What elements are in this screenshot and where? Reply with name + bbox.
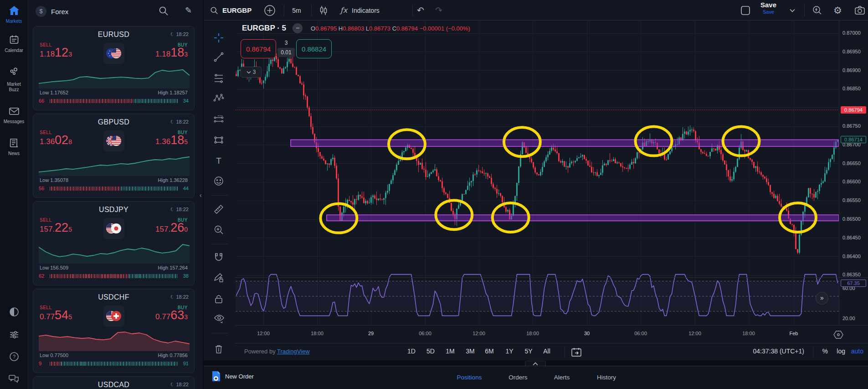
range-button-all[interactable]: All [539, 348, 555, 355]
buy-price[interactable]: 1.18183 [155, 46, 188, 60]
range-button-1d[interactable]: 1D [403, 348, 420, 355]
timeframe-button[interactable]: 5m [289, 0, 304, 21]
sidebar-item-markets[interactable]: Markets [0, 5, 28, 24]
sidebar-item-news[interactable]: News [0, 138, 28, 156]
chevron-down-icon [247, 71, 251, 74]
range-button-5d[interactable]: 5D [422, 348, 439, 355]
watchlist-card-usdjpy[interactable]: USDJPY ☾ 18:22SELL BUY 157.225 157.260 L… [33, 201, 195, 285]
sidebar-item-preferences[interactable] [0, 329, 28, 342]
tradingview-link[interactable]: TradingView [277, 348, 310, 355]
clock-label[interactable]: 04:37:38 (UTC+1) [753, 348, 804, 355]
sell-price-button[interactable]: 0.86794 [241, 39, 276, 58]
buy-price[interactable]: 0.77633 [155, 308, 188, 322]
panel-tab-positions[interactable]: Positions [449, 374, 490, 381]
layout-button[interactable] [740, 0, 750, 21]
log-scale-button[interactable]: log [837, 348, 845, 355]
collapse-watchlist-chevron[interactable]: ‹ [200, 192, 202, 199]
range-button-1y[interactable]: 1Y [501, 348, 518, 355]
drawing-mode-lock-icon[interactable] [213, 272, 224, 283]
time-tick: 12:00 [681, 331, 709, 336]
hide-indicator-icon[interactable]: − [293, 23, 303, 33]
remove-drawings-trash-icon[interactable] [213, 343, 224, 354]
panel-tab-history[interactable]: History [586, 374, 627, 381]
symbol-search[interactable]: EURGBP [210, 0, 252, 21]
panel-tab-orders[interactable]: Orders [498, 374, 539, 381]
sell-price[interactable]: 1.18123 [40, 46, 72, 60]
scroll-to-recent-button[interactable]: » [816, 292, 828, 305]
panel-tab-alerts[interactable]: Alerts [541, 374, 582, 381]
sidebar-item-help[interactable]: ? [0, 351, 28, 364]
indicators-button[interactable]: ƒx Indicators [340, 0, 380, 21]
hide-drawings-eye-icon[interactable] [213, 313, 224, 324]
search-icon[interactable] [159, 6, 169, 16]
percent-scale-button[interactable]: % [822, 348, 828, 355]
chart-style-button[interactable] [318, 0, 329, 21]
settings-gear-icon[interactable]: ⚙ [833, 0, 842, 21]
chat-icon [8, 374, 20, 384]
scale-settings-icon[interactable] [833, 330, 843, 339]
high-label: High 0.77856 [158, 353, 188, 358]
quick-search-icon[interactable] [812, 0, 822, 21]
market-session-time: ☾ 18:22 [170, 207, 189, 213]
time-tick: Feb [780, 331, 807, 336]
zoom-in-tool-icon[interactable] [213, 224, 224, 235]
collapsed-indicators-pill[interactable]: 3 [241, 67, 262, 78]
price-axis[interactable]: 0.870000.869500.869000.868500.867500.867… [839, 21, 868, 325]
bid-price-label: 0.86714 [841, 136, 866, 143]
add-symbol-button[interactable] [264, 0, 276, 21]
pane-separator[interactable] [236, 277, 868, 278]
range-button-6m[interactable]: 6M [481, 348, 498, 355]
sidebar-item-calendar[interactable]: Calendar [0, 35, 28, 53]
high-label: High 1.36228 [158, 177, 188, 183]
high-label: High 157.264 [158, 265, 188, 270]
sidebar-item-chat[interactable] [0, 374, 28, 386]
flag-pair-icon [105, 310, 123, 322]
watchlist-card-usdchf[interactable]: USDCHF ☾ 18:22SELL BUY 0.77545 0.77633 L… [33, 289, 195, 373]
sell-price[interactable]: 157.225 [40, 221, 72, 235]
price-tick: 0.86950 [842, 49, 861, 54]
buy-price[interactable]: 157.260 [155, 221, 188, 235]
fib-retracement-tool-icon[interactable] [213, 73, 224, 84]
forecast-tool-icon[interactable] [213, 114, 224, 125]
watchlist-card-usdcad[interactable]: USDCAD ☾ 18:22 [33, 376, 195, 389]
candlestick-chart[interactable] [236, 21, 839, 325]
fx-icon: ƒx [340, 6, 347, 15]
sell-price[interactable]: 1.36028 [40, 133, 72, 147]
sidebar-item-market-buzz[interactable]: Market Buzz [0, 67, 28, 92]
new-order-button[interactable]: New Order [212, 371, 254, 382]
moon-icon: ☾ [170, 207, 175, 212]
quantity-value[interactable]: 0.01 [277, 48, 294, 57]
emoji-tool-icon[interactable] [213, 176, 224, 187]
crosshair-tool-icon[interactable] [213, 32, 224, 43]
shapes-tool-icon[interactable] [213, 135, 224, 145]
sidebar-item-theme[interactable] [0, 306, 28, 319]
buy-price-button[interactable]: 0.86824 [296, 39, 332, 58]
text-tool-icon[interactable]: T [213, 156, 224, 167]
edit-watchlist-icon[interactable]: ✎ [185, 5, 192, 16]
range-button-5y[interactable]: 5Y [520, 348, 537, 355]
save-menu-chevron[interactable] [790, 0, 795, 21]
trend-line-tool-icon[interactable] [213, 52, 224, 62]
range-button-1m[interactable]: 1M [442, 348, 458, 355]
watchlist-card-gbpusd[interactable]: GBPUSD ☾ 18:22SELL BUY 1.36028 1.36185 L… [33, 114, 195, 198]
sidebar-item-messages[interactable]: Messages [0, 107, 28, 124]
range-button-3m[interactable]: 3M [462, 348, 478, 355]
undo-icon[interactable]: ↶ [417, 0, 424, 21]
save-sub-label: Save [763, 9, 774, 15]
goto-date-icon[interactable] [571, 347, 582, 357]
pattern-tool-icon[interactable] [213, 93, 224, 104]
sell-price[interactable]: 0.77545 [40, 308, 72, 322]
low-label: Low 1.35078 [40, 177, 68, 183]
magnet-mode-icon[interactable] [213, 252, 224, 263]
lock-all-drawings-icon[interactable] [213, 294, 224, 305]
buy-price[interactable]: 1.36185 [155, 133, 188, 147]
redo-icon[interactable]: ↷ [435, 0, 442, 21]
save-button[interactable]: Save Save [760, 1, 776, 15]
sparkline-chart [39, 67, 190, 88]
watchlist-card-eurusd[interactable]: EURUSD ☾ 18:22SELL BUY 1.18123 1.18183 L… [33, 26, 195, 110]
new-order-icon [212, 371, 221, 382]
time-axis[interactable]: 12:0018:002906:0012:0018:003006:0012:001… [236, 325, 868, 343]
screenshot-camera-icon[interactable] [854, 0, 865, 21]
auto-scale-button[interactable]: auto [851, 348, 863, 355]
measure-ruler-icon[interactable] [213, 204, 224, 215]
